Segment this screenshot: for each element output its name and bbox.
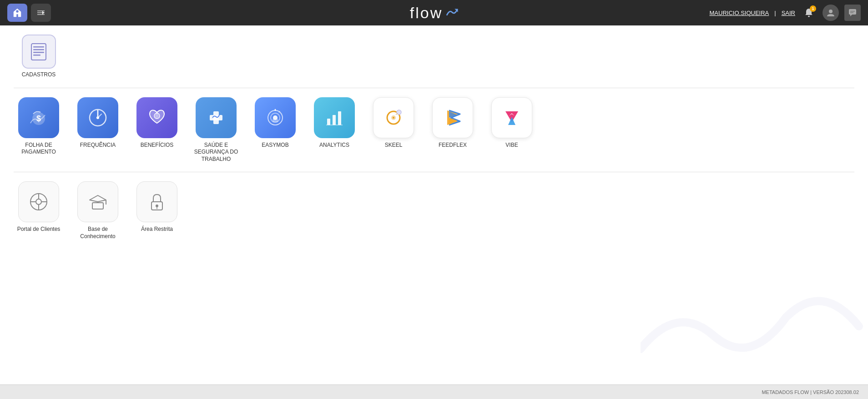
base-svg [86,190,110,214]
saude-svg [204,106,228,130]
svg-line-40 [396,114,398,115]
easymob-icon [255,97,296,138]
analytics-svg [323,106,346,130]
document-icon [29,42,49,62]
skeel-svg [381,105,406,130]
svg-rect-16 [33,55,40,56]
svg-marker-4 [42,11,44,15]
folha-icon: $ [18,97,59,138]
vibe-label: VIBE [505,142,518,149]
menu-button[interactable] [31,4,51,22]
svg-rect-53 [92,203,103,209]
feedflex-icon [432,97,473,138]
apps-row: $ FOLHA DE PAGAMENTO FRE [14,97,854,163]
tool-restrita[interactable]: Área Restrita [132,181,182,240]
tool-base[interactable]: Base de Conhecimento [73,181,123,240]
app-saude[interactable]: SAÚDE E SEGURANÇA DO TRABALHO [191,97,241,163]
beneficios-svg [145,106,169,130]
logo-text: flow [410,4,443,22]
user-icon [826,8,835,17]
logout-link[interactable]: SAIR [782,10,795,16]
analytics-icon [314,97,355,138]
svg-point-7 [829,10,833,13]
section-cadastros: CADASTROS [14,35,854,88]
frequencia-label: FREQUÊNCIA [80,142,116,149]
cadastros-icon [22,35,56,69]
watermark [641,281,868,372]
beneficios-label: BENEFÍCIOS [141,142,174,149]
tool-portal[interactable]: Portal de Clientes [14,181,64,240]
restrita-icon [136,181,177,222]
analytics-label: ANALYTICS [319,142,349,149]
frequencia-icon [77,97,118,138]
svg-rect-25 [210,115,222,120]
saude-label: SAÚDE E SEGURANÇA DO TRABALHO [191,142,241,163]
footer: METADADOS FLOW | VERSÃO 2023​08.02 [0,384,868,399]
svg-rect-10 [850,11,855,12]
app-analytics[interactable]: ANALYTICS [309,97,359,163]
svg-point-48 [36,199,41,204]
svg-rect-8 [849,9,856,15]
svg-rect-14 [33,49,44,50]
section-tools: Portal de Clientes Base de Conhecimento [14,172,854,249]
folha-svg: $ [27,106,50,130]
svg-rect-34 [338,111,341,125]
vibe-icon [491,97,532,138]
svg-text:$: $ [36,114,41,123]
easymob-label: EASYMOB [262,142,288,149]
app-skeel[interactable]: SKEEL [368,97,419,163]
svg-marker-9 [850,15,852,16]
skeel-icon [373,97,414,138]
chat-icon [848,8,857,17]
saude-icon [196,97,237,138]
portal-svg [27,190,50,214]
svg-rect-3 [37,14,45,15]
svg-point-0 [16,10,19,13]
notification-button[interactable]: 1 [801,5,817,21]
skeel-label: SKEEL [385,142,403,149]
section-apps: $ FOLHA DE PAGAMENTO FRE [14,88,854,173]
tools-row: Portal de Clientes Base de Conhecimento [14,181,854,240]
base-label: Base de Conhecimento [73,226,123,240]
cadastros-label: CADASTROS [22,71,56,79]
svg-point-38 [393,117,394,119]
footer-text: METADADOS FLOW | VERSÃO 2023​08.02 [762,389,859,395]
chat-button[interactable] [844,5,861,21]
cadastros-item[interactable]: CADASTROS [14,35,64,79]
svg-rect-32 [327,119,330,125]
portal-label: Portal de Clientes [17,226,61,233]
logo-icon [445,8,458,18]
easymob-svg [263,106,287,130]
folha-label: FOLHA DE PAGAMENTO [14,142,64,156]
portal-icon [18,181,59,222]
svg-rect-15 [33,52,44,53]
app-frequencia[interactable]: FREQUÊNCIA [73,97,123,163]
app-feedflex[interactable]: FEEDFLEX [428,97,478,163]
svg-point-57 [156,204,158,207]
home-icon [12,7,23,18]
vibe-svg [499,105,525,130]
svg-marker-45 [508,117,515,125]
username-link[interactable]: MAURICIO.SIQUEIRA [710,10,769,16]
svg-marker-54 [90,195,106,202]
feedflex-svg [440,105,465,130]
feedflex-label: FEEDFLEX [439,142,467,149]
svg-point-6 [808,16,810,17]
restrita-svg [145,190,169,214]
app-folha[interactable]: $ FOLHA DE PAGAMENTO [14,97,64,163]
home-button[interactable] [7,4,27,22]
app-beneficios[interactable]: BENEFÍCIOS [132,97,182,163]
app-vibe[interactable]: VIBE [487,97,537,163]
frequencia-svg [86,106,110,130]
profile-button[interactable] [823,5,839,21]
notification-badge: 1 [810,5,816,12]
beneficios-icon [136,97,177,138]
base-icon [77,181,118,222]
svg-rect-11 [850,12,853,13]
app-easymob[interactable]: EASYMOB [250,97,300,163]
logo: flow [410,4,458,22]
svg-rect-31 [273,119,278,122]
main-header: flow MAURICIO.SIQUEIRA | SAIR 1 [0,0,868,25]
header-separator: | [774,10,776,16]
header-left [7,4,51,22]
